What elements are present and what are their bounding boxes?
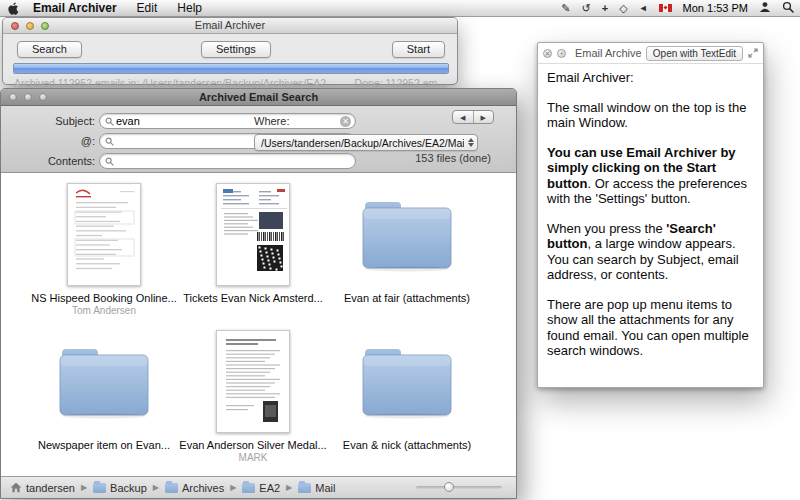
path-segment-ea2[interactable]: EA2 (242, 482, 280, 494)
paragraph: You can use Email Archiver by simply cli… (547, 145, 754, 207)
path-bar: tandersen▶Backup▶Archives▶EA2▶Mail (1, 476, 516, 498)
menu-help[interactable]: Help (177, 1, 202, 15)
close-button[interactable] (9, 93, 17, 101)
search-window-titlebar[interactable]: Archived Email Search (1, 89, 516, 106)
document-thumbnail (216, 330, 290, 433)
chevron-right-icon: ▶ (230, 483, 236, 492)
crosshair-icon[interactable]: + (602, 0, 608, 16)
file-item[interactable]: Evan Anderson Silver Medal...MARK (178, 326, 328, 464)
slider-knob[interactable] (444, 482, 454, 492)
folder-icon (242, 483, 255, 493)
path-segment-label: Mail (315, 482, 335, 494)
pen-icon[interactable]: ✎ (561, 0, 570, 16)
main-window-title: Email Archiver (195, 19, 265, 31)
close-button[interactable] (11, 22, 19, 30)
menu-bar-status-area: ✎ ↺ + ◇ ◄ Mon 1:53 PM (561, 0, 794, 16)
where-popup-menu[interactable]: /Users/tandersen/Backup/Archives/EA2/Mai… (254, 134, 478, 151)
menu-clock[interactable]: Mon 1:53 PM (683, 2, 748, 14)
canada-flag-icon[interactable] (659, 4, 672, 12)
zoom-button[interactable] (39, 93, 47, 101)
where-popup-value: /Users/tandersen/Backup/Archives/EA2/Mai… (261, 137, 464, 149)
email-archiver-main-window: Email Archiver Search Settings Start Arc… (2, 17, 458, 85)
menu-items: Email ArchiverEditHelp (33, 1, 222, 15)
search-results-grid: NS Hispeed Booking Online...Tom Andersen… (1, 173, 516, 476)
minimize-button[interactable] (26, 22, 34, 30)
paragraph: The small window on the top is the main … (547, 100, 754, 131)
path-segment-mail[interactable]: Mail (298, 482, 335, 494)
start-button[interactable]: Start (392, 41, 445, 58)
folder-icon (355, 194, 459, 274)
settings-button[interactable]: Settings (201, 41, 271, 58)
subject-search-field[interactable]: ✕ (99, 113, 356, 129)
speaker-icon[interactable]: ◄ (639, 0, 648, 16)
file-item[interactable]: NS Hispeed Booking Online...Tom Andersen (29, 179, 179, 317)
item-label: Newspaper item on Evan... (29, 439, 179, 451)
document-thumbnail (67, 183, 141, 286)
item-label: Evan & nick (attachments) (332, 439, 482, 451)
item-subtitle (332, 305, 482, 317)
search-icon (105, 157, 114, 166)
archived-email-search-window: Archived Email Search ◀ ▶ Subject: ✕ @: … (0, 88, 517, 499)
menu-edit[interactable]: Edit (137, 1, 158, 15)
quicklook-title: Email Archiver.rtf (571, 47, 641, 59)
search-window-title: Archived Email Search (199, 91, 318, 103)
time-machine-icon[interactable]: ↺ (582, 0, 591, 16)
zoom-button[interactable] (41, 22, 49, 30)
subject-label: Subject: (37, 115, 95, 127)
item-subtitle: MARK (178, 452, 328, 464)
home-icon (10, 482, 22, 493)
item-label: Tickets Evan Nick Amsterd... (178, 292, 328, 304)
minimize-button[interactable] (24, 93, 32, 101)
forward-icon[interactable]: ▶ (474, 111, 494, 123)
path-segment-archives[interactable]: Archives (165, 482, 224, 494)
file-item[interactable]: Tickets Evan Nick Amsterd... (178, 179, 328, 317)
contents-search-field[interactable] (99, 153, 356, 169)
item-subtitle: Tom Andersen (29, 305, 179, 317)
folder-item[interactable]: Evan at fair (attachments) (332, 179, 482, 317)
contents-label: Contents: (37, 155, 95, 167)
back-icon[interactable]: ◀ (453, 111, 474, 123)
spotlight-search-icon[interactable] (782, 1, 794, 16)
add-icon[interactable]: + (557, 49, 566, 58)
paragraph: There are pop up menu items to show all … (547, 297, 754, 359)
apple-icon[interactable] (8, 2, 19, 15)
icon-size-slider[interactable] (416, 483, 502, 491)
path-segment-label: Archives (182, 482, 224, 494)
clear-icon[interactable]: ✕ (340, 116, 351, 127)
folder-icon (298, 483, 311, 493)
user-icon[interactable] (759, 1, 771, 16)
path-segment-tandersen[interactable]: tandersen (10, 482, 75, 494)
chevron-right-icon: ▶ (286, 483, 292, 492)
search-icon (105, 117, 114, 126)
contents-input[interactable] (114, 155, 351, 167)
close-icon[interactable]: ✕ (543, 49, 552, 58)
progress-fill (14, 64, 448, 73)
diamond-icon[interactable]: ◇ (619, 0, 627, 16)
back-forward-control[interactable]: ◀ ▶ (452, 110, 494, 124)
paragraph: Email Archiver: (547, 70, 754, 86)
chevron-right-icon: ▶ (81, 483, 87, 492)
quicklook-titlebar[interactable]: ✕ + Email Archiver.rtf Open with TextEdi… (538, 43, 763, 64)
item-subtitle (332, 452, 482, 464)
main-window-titlebar[interactable]: Email Archiver (3, 18, 457, 34)
folder-icon (93, 483, 106, 493)
where-label: Where: (254, 115, 314, 127)
search-toolbar: ◀ ▶ Subject: ✕ @: Contents: Where: /User… (1, 106, 516, 173)
breadcrumb: tandersen▶Backup▶Archives▶EA2▶Mail (10, 482, 335, 494)
folder-item[interactable]: Evan & nick (attachments) (332, 326, 482, 464)
paragraph: When you press the 'Search' button, a la… (547, 221, 754, 283)
path-segment-backup[interactable]: Backup (93, 482, 147, 494)
popup-arrows-icon (464, 135, 477, 150)
document-thumbnail (216, 183, 290, 286)
path-segment-label: EA2 (259, 482, 280, 494)
folder-item[interactable]: Newspaper item on Evan... (29, 326, 179, 464)
archive-progress-bar (13, 63, 449, 74)
slider-track (416, 486, 502, 489)
open-with-textedit-button[interactable]: Open with TextEdit (646, 46, 743, 61)
files-count-text: 153 files (done) (415, 152, 491, 164)
folder-icon (165, 483, 178, 493)
menu-email-archiver[interactable]: Email Archiver (33, 1, 117, 15)
path-segment-label: Backup (110, 482, 147, 494)
fullscreen-icon[interactable] (748, 44, 758, 62)
search-button[interactable]: Search (17, 41, 82, 58)
